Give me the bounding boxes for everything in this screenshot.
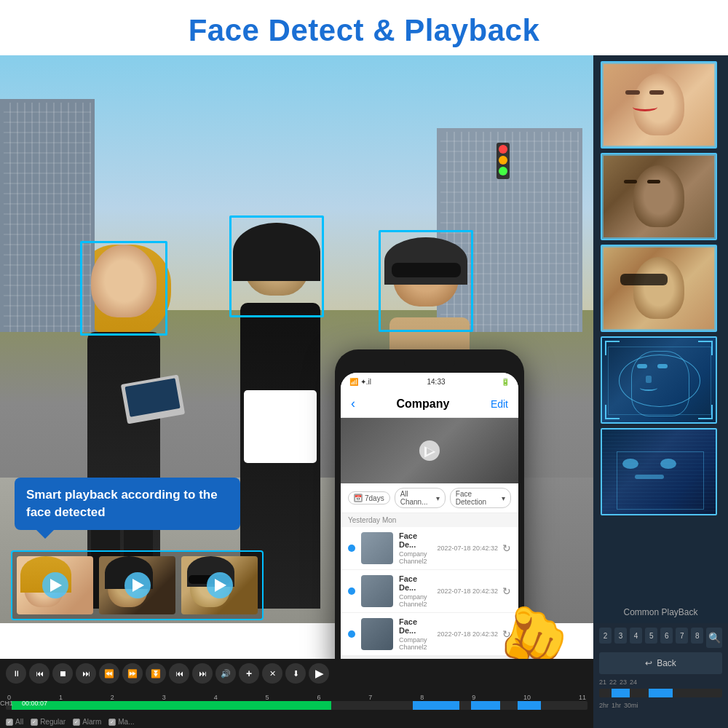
cb-alarm-box[interactable]: ✓ <box>73 719 80 726</box>
volume-btn[interactable]: 🔊 <box>215 663 236 684</box>
event-title-2: Face De... <box>399 574 431 592</box>
digital-mouth-4 <box>640 385 657 391</box>
cb-regular-label: Regular <box>40 718 66 726</box>
common-playback-label: Common PlayBack <box>593 607 728 617</box>
face-outline-2 <box>602 154 716 239</box>
channel-number-row: 2 3 4 5 6 7 8 🔍 <box>599 628 722 648</box>
next-btn[interactable]: ⏭ <box>76 663 96 684</box>
ch-label: CH1 <box>0 700 13 707</box>
t10: 10 <box>523 694 531 701</box>
time-22: 22 <box>609 678 617 686</box>
ch-num-3[interactable]: 3 <box>614 628 627 644</box>
cb-regular[interactable]: ✓ Regular <box>31 718 66 726</box>
clips-row <box>11 550 264 620</box>
cb-all[interactable]: ✓ All <box>6 718 23 726</box>
refresh-icon-1[interactable]: ↻ <box>502 542 511 554</box>
clip3-play-btn[interactable] <box>207 572 233 598</box>
event-subtitle-1: Company Channel2 <box>399 550 431 565</box>
sunglasses-3 <box>620 274 668 285</box>
phone-back-btn[interactable]: ‹ <box>351 396 355 411</box>
rewind-btn[interactable]: ⏪ <box>99 663 119 684</box>
event-info-2: Face De... Company Channel2 <box>399 574 431 608</box>
event-time-1: 2022-07-18 20:42:32 <box>437 545 498 552</box>
event-channel-3: Channel2 <box>399 644 427 651</box>
eye-right-1 <box>649 90 664 95</box>
timeline-seg-blue-1 <box>413 701 459 710</box>
right-panel-btn-label: Back <box>657 658 676 668</box>
tl-yellow <box>499 156 507 165</box>
t6: 6 <box>317 694 320 701</box>
face-thumb-4[interactable] <box>601 336 717 424</box>
prev-btn[interactable]: ⏮ <box>29 663 50 684</box>
face-thumb-2[interactable] <box>601 153 717 240</box>
add-btn[interactable]: + <box>239 663 259 684</box>
cb-ma-box[interactable]: ✓ <box>108 719 116 726</box>
bracket-br-4 <box>698 405 713 419</box>
time-row: 21 22 23 24 <box>599 678 722 686</box>
phone-title: Company <box>396 397 449 411</box>
ch-num-7[interactable]: 7 <box>676 628 688 644</box>
clip1-play-btn[interactable] <box>42 572 68 598</box>
event-info-3: Face De... Company Channel2 <box>399 617 431 651</box>
clip-thumb-3[interactable] <box>181 556 258 614</box>
t5: 5 <box>266 694 269 701</box>
face-thumb-3[interactable] <box>601 245 717 332</box>
ch-num-2[interactable]: 2 <box>599 628 612 644</box>
refresh-icon-2[interactable]: ↻ <box>502 585 511 597</box>
ch-num-8[interactable]: 8 <box>691 628 703 644</box>
clip2-play-btn[interactable] <box>124 572 151 598</box>
pause-btn[interactable]: ⏸ <box>6 663 26 684</box>
right-timeline-track[interactable] <box>599 689 722 697</box>
phone-signal: 📶 ✦.il <box>349 378 371 386</box>
cb-alarm[interactable]: ✓ Alarm <box>73 718 101 726</box>
slow-btn[interactable]: ⏬ <box>146 663 166 684</box>
phone-video-play[interactable]: ▶ <box>419 440 440 461</box>
ch-num-5[interactable]: 5 <box>645 628 657 644</box>
right-panel-back-btn[interactable]: ↩ Back <box>599 652 722 674</box>
ch-num-6[interactable]: 6 <box>660 628 673 644</box>
event-channel-2: Channel2 <box>399 601 427 608</box>
event-title-3: Face De... <box>399 617 431 635</box>
back-arrow-icon: ↩ <box>645 658 652 668</box>
download-btn[interactable]: ⬇ <box>285 663 306 684</box>
delete-btn[interactable]: ✕ <box>262 663 282 684</box>
chevron-type: ▾ <box>502 494 505 502</box>
ch-num-4[interactable]: 4 <box>630 628 642 644</box>
detect-box-person2 <box>229 215 324 317</box>
cb-all-box[interactable]: ✓ <box>6 719 13 726</box>
phone-event-item-1[interactable]: Face De... Company Channel2 2022-07-18 2… <box>341 527 518 570</box>
cb-ma[interactable]: ✓ Ma... <box>108 718 134 726</box>
cb-regular-box[interactable]: ✓ <box>31 719 38 726</box>
face-thumb-5[interactable] <box>601 428 717 515</box>
phone-edit-btn[interactable]: Edit <box>491 398 508 410</box>
stop-btn[interactable]: ⏹ <box>52 663 73 684</box>
search-icon-btn[interactable]: 🔍 <box>706 628 722 648</box>
forward-btn[interactable]: ⏩ <box>122 663 143 684</box>
phone-filter-channel[interactable]: All Chann... ▾ <box>395 488 446 508</box>
time-hr-row: 2hr 1hr 30mi <box>599 702 722 709</box>
phone-video-thumb[interactable]: ▶ <box>341 418 518 483</box>
prev2-btn[interactable]: ⏮ <box>169 663 189 684</box>
phone-filter-days[interactable]: 📅 7days <box>348 491 390 505</box>
controls-bar: ⏸ ⏮ ⏹ ⏭ ⏪ ⏩ ⏬ ⏮ ⏭ 🔊 + ✕ ⬇ ▶ 0 <box>0 659 593 728</box>
event-thumb-1 <box>361 532 393 564</box>
event-location-3: Company <box>399 636 427 644</box>
clip-thumb-2[interactable] <box>99 556 175 614</box>
event-actions-2: 2022-07-18 20:42:32 ↻ <box>437 585 511 597</box>
chevron-channel: ▾ <box>436 494 440 502</box>
phone-event-item-2[interactable]: Face De... Company Channel2 2022-07-18 2… <box>341 570 518 613</box>
next2-btn[interactable]: ⏭ <box>192 663 213 684</box>
t3: 3 <box>162 694 166 701</box>
phone-time: 14:33 <box>427 378 445 386</box>
phone-filter-type[interactable]: Face Detection ▾ <box>450 488 511 508</box>
time-30mi: 30mi <box>624 702 638 709</box>
more-btn[interactable]: ▶ <box>309 663 329 684</box>
event-dot-1 <box>348 545 355 552</box>
clip-thumb-1[interactable] <box>17 556 93 614</box>
timeline-track[interactable] <box>6 701 587 710</box>
tl-red <box>499 145 507 154</box>
event-subtitle-2: Company Channel2 <box>399 593 431 608</box>
face-thumb-1[interactable] <box>601 61 717 149</box>
event-title-1: Face De... <box>399 531 431 549</box>
event-channel-1: Channel2 <box>399 558 427 565</box>
